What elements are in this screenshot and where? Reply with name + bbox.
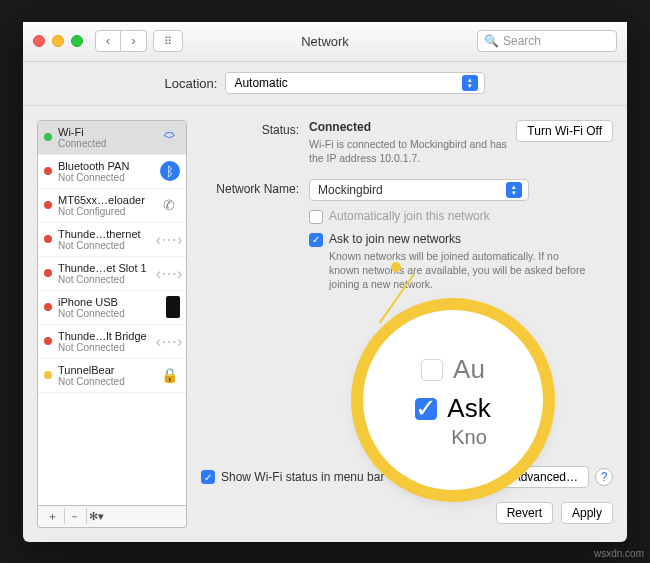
titlebar: ‹ › ⠿ Network 🔍 Search [23, 22, 627, 62]
status-dot-icon [44, 133, 52, 141]
search-field[interactable]: 🔍 Search [477, 30, 617, 52]
zoom-ask-text: Ask [447, 393, 490, 424]
thunderbolt-icon: ‹⋯› [158, 330, 180, 352]
auto-join-label: Automatically join this network [329, 209, 490, 223]
close-button[interactable] [33, 35, 45, 47]
item-name: Thunde…thernet [58, 228, 152, 240]
forward-button[interactable]: › [121, 30, 147, 52]
location-value: Automatic [234, 76, 287, 90]
bluetooth-icon: ᛒ [160, 161, 180, 181]
item-sub: Not Connected [58, 240, 152, 251]
network-preferences-window: ‹ › ⠿ Network 🔍 Search Location: Automat… [23, 22, 627, 542]
location-label: Location: [165, 76, 218, 91]
sidebar-item-wifi[interactable]: Wi-FiConnected ⌔ [38, 121, 186, 155]
item-name: Thunde…et Slot 1 [58, 262, 152, 274]
list-action-bar: ＋ － ✻▾ [37, 506, 187, 528]
item-sub: Not Connected [58, 308, 160, 319]
sidebar-item-iphone-usb[interactable]: iPhone USBNot Connected [38, 291, 186, 325]
item-sub: Not Configured [58, 206, 152, 217]
zoom-known-text: Kno [451, 426, 487, 449]
auto-join-row: ✓ Automatically join this network [309, 209, 613, 224]
ask-join-description: Known networks will be joined automatica… [329, 249, 589, 292]
advanced-button[interactable]: Advanced… [502, 466, 589, 488]
turn-wifi-off-button[interactable]: Turn Wi-Fi Off [516, 120, 613, 142]
status-dot-icon [44, 371, 52, 379]
network-name-popup[interactable]: Mockingbird ▴▾ [309, 179, 529, 201]
interface-list[interactable]: Wi-FiConnected ⌔ Bluetooth PANNot Connec… [37, 120, 187, 506]
item-sub: Not Connected [58, 274, 152, 285]
status-dot-icon [44, 337, 52, 345]
item-name: MT65xx…eloader [58, 194, 152, 206]
sidebar-item-thunderbolt-bridge[interactable]: Thunde…lt BridgeNot Connected ‹⋯› [38, 325, 186, 359]
ask-join-checkbox[interactable]: ✓ [309, 233, 323, 247]
item-name: Bluetooth PAN [58, 160, 154, 172]
status-row: Status: Connected Turn Wi-Fi Off Wi-Fi i… [201, 120, 613, 165]
item-sub: Not Connected [58, 376, 152, 387]
show-menubar-label: Show Wi-Fi status in menu bar [221, 470, 384, 484]
sidebar-item-thunderbolt-ethernet[interactable]: Thunde…thernetNot Connected ‹⋯› [38, 223, 186, 257]
item-sub: Not Connected [58, 342, 152, 353]
iphone-icon [166, 296, 180, 318]
item-name: Wi-Fi [58, 126, 152, 138]
window-title: Network [301, 34, 349, 49]
zoom-ask-checkbox: ✓ [415, 398, 437, 420]
content-area: Wi-FiConnected ⌔ Bluetooth PANNot Connec… [23, 106, 627, 542]
item-name: Thunde…lt Bridge [58, 330, 152, 342]
watermark: wsxdn.com [594, 548, 644, 559]
interface-sidebar: Wi-FiConnected ⌔ Bluetooth PANNot Connec… [37, 120, 187, 528]
sidebar-item-mt65xx[interactable]: MT65xx…eloaderNot Configured ✆ [38, 189, 186, 223]
popup-arrows-icon: ▴▾ [462, 75, 478, 91]
back-button[interactable]: ‹ [95, 30, 121, 52]
zoom-auto-text: Au [453, 354, 485, 385]
zoom-auto-checkbox: ✓ [421, 359, 443, 381]
network-name-row: Network Name: Mockingbird ▴▾ [201, 179, 613, 201]
status-label: Status: [201, 120, 309, 137]
status-dot-icon [44, 269, 52, 277]
vpn-lock-icon: 🔒 [158, 364, 180, 386]
location-popup[interactable]: Automatic ▴▾ [225, 72, 485, 94]
item-name: iPhone USB [58, 296, 160, 308]
status-dot-icon [44, 303, 52, 311]
sidebar-item-thunderbolt-slot1[interactable]: Thunde…et Slot 1Not Connected ‹⋯› [38, 257, 186, 291]
apply-button[interactable]: Apply [561, 502, 613, 524]
item-sub: Not Connected [58, 172, 154, 183]
minimize-button[interactable] [52, 35, 64, 47]
nav-buttons: ‹ › [95, 30, 147, 52]
location-row: Location: Automatic ▴▾ [23, 62, 627, 106]
interface-options-button[interactable]: ✻▾ [86, 508, 106, 524]
ask-join-label: Ask to join new networks [329, 232, 461, 246]
zoom-callout: ✓Au ✓Ask Kno [363, 310, 543, 490]
ask-join-row: ✓ Ask to join new networks Known network… [309, 232, 613, 292]
status-dot-icon [44, 167, 52, 175]
status-dot-icon [44, 235, 52, 243]
item-sub: Connected [58, 138, 152, 149]
search-placeholder: Search [503, 34, 541, 48]
add-interface-button[interactable]: ＋ [42, 508, 62, 524]
network-name-value: Mockingbird [318, 183, 383, 197]
window-controls [33, 35, 83, 47]
remove-interface-button[interactable]: － [64, 508, 84, 524]
help-button[interactable]: ? [595, 468, 613, 486]
item-name: TunnelBear [58, 364, 152, 376]
thunderbolt-icon: ‹⋯› [158, 262, 180, 284]
popup-arrows-icon: ▴▾ [506, 182, 522, 198]
thunderbolt-icon: ‹⋯› [158, 228, 180, 250]
search-icon: 🔍 [484, 34, 499, 48]
callout-dot [391, 262, 401, 272]
sidebar-item-bluetooth[interactable]: Bluetooth PANNot Connected ᛒ [38, 155, 186, 189]
network-name-label: Network Name: [201, 179, 309, 196]
sidebar-item-tunnelbear[interactable]: TunnelBearNot Connected 🔒 [38, 359, 186, 393]
status-value: Connected [309, 120, 371, 134]
footer-buttons: Revert Apply [496, 502, 613, 524]
revert-button[interactable]: Revert [496, 502, 553, 524]
wifi-icon: ⌔ [158, 126, 180, 148]
auto-join-checkbox[interactable]: ✓ [309, 210, 323, 224]
zoom-button[interactable] [71, 35, 83, 47]
status-dot-icon [44, 201, 52, 209]
show-menubar-checkbox[interactable]: ✓ [201, 470, 215, 484]
phone-icon: ✆ [158, 194, 180, 216]
show-all-button[interactable]: ⠿ [153, 30, 183, 52]
